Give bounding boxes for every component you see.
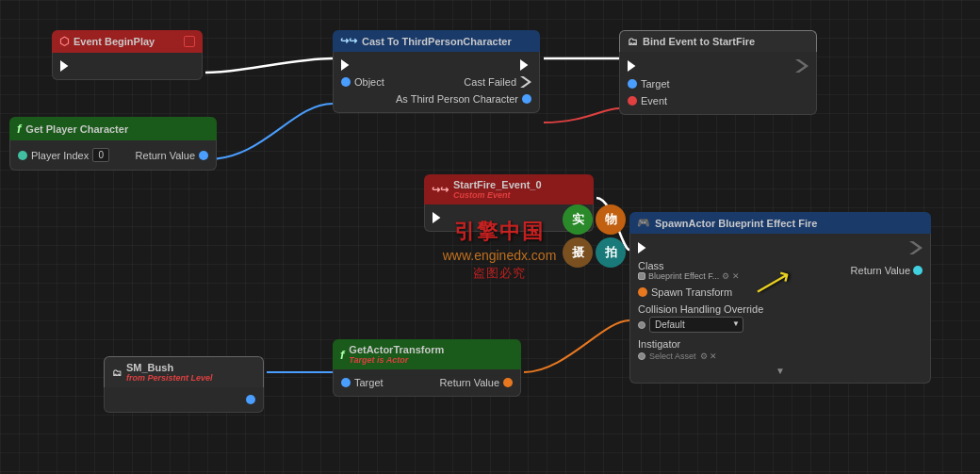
- spawn-exec-in-pin[interactable]: [638, 242, 649, 253]
- spawn-class-group: Class Blueprint Effect F... ⚙ ✕: [638, 260, 740, 281]
- transform-target-pin[interactable]: [341, 378, 351, 387]
- badge-she-text: 摄: [572, 244, 584, 261]
- event-exec-out-pin[interactable]: [60, 60, 72, 72]
- spawn-collision-row: Collision Handling Override Default ▼: [630, 301, 930, 335]
- transform-return-pin[interactable]: [503, 378, 513, 387]
- node-bind-body: Target Event: [619, 52, 817, 115]
- cast-object-row: Object Cast Failed: [334, 74, 539, 90]
- bind-event-pin[interactable]: [628, 96, 637, 106]
- badge-she: 摄: [563, 237, 593, 268]
- node-transform-sublabel: Target is Actor: [349, 355, 444, 365]
- spawn-instigator-row: Instigator Select Asset ⚙ ✕: [630, 335, 930, 364]
- node-cast-body: Object Cast Failed As Third Person Chara…: [333, 52, 540, 113]
- smbush-out-pin[interactable]: [246, 395, 255, 404]
- spawn-collision-value: Default: [655, 319, 685, 330]
- spawn-instigator-value: Select Asset: [649, 351, 696, 361]
- node-startfire-sublabel: Custom Event: [453, 190, 542, 200]
- node-cast-header: ↪↪ Cast To ThirdPersonCharacter: [333, 30, 540, 52]
- node-getplayer-body: Player Index 0 Return Value: [9, 140, 217, 171]
- node-event-beginplay: ⬡ Event BeginPlay: [52, 30, 203, 80]
- node-event-header: ⬡ Event BeginPlay: [52, 30, 203, 53]
- node-smbush-sublabel: from Persistent Level: [126, 373, 213, 383]
- node-cast: ↪↪ Cast To ThirdPersonCharacter Object C…: [333, 30, 540, 113]
- cast-exec-out-pin[interactable]: [520, 59, 531, 71]
- badge-shi-text: 实: [572, 211, 584, 228]
- event-icon: ⬡: [59, 35, 69, 48]
- watermark-line2: www.enginedx.com: [443, 248, 557, 263]
- bind-event-label: Event: [641, 95, 667, 106]
- spawn-class-pin[interactable]: [638, 272, 645, 280]
- dropdown-chevron-icon: ▼: [732, 319, 740, 328]
- getplayer-return-label: Return Value: [136, 150, 195, 161]
- cast-arrow-icon: ↪↪: [340, 35, 357, 47]
- bind-target-pin[interactable]: [628, 79, 637, 89]
- smbush-icon: 🗂: [112, 368, 122, 378]
- bind-target-label: Target: [641, 78, 670, 90]
- spawn-instigator-label: Instigator: [638, 338, 923, 350]
- spawn-exec-out-pin[interactable]: [909, 241, 923, 254]
- spawn-exec-row: [630, 238, 930, 257]
- cast-object-pin[interactable]: [341, 77, 351, 87]
- node-transform-title: GetActorTransform: [349, 344, 444, 355]
- cast-as-row: As Third Person Character: [334, 90, 539, 107]
- node-smbush-header: 🗂 SM_Bush from Persistent Level: [104, 356, 264, 387]
- spawn-return-label: Return Value: [851, 265, 910, 276]
- bind-event-row: Event: [620, 92, 816, 109]
- spawn-instigator-actions: ⚙ ✕: [700, 351, 718, 361]
- spawn-instigator-input-row: Select Asset ⚙ ✕: [638, 351, 923, 361]
- badge-wu: 物: [596, 204, 626, 235]
- bind-exec-out-pin[interactable]: [795, 59, 808, 73]
- cast-failed-pin[interactable]: [520, 76, 531, 88]
- cast-failed-label: Cast Failed: [464, 76, 516, 88]
- bind-folder-icon: 🗂: [628, 36, 638, 47]
- spawn-collision-label: Collision Handling Override: [638, 303, 923, 315]
- watermark-line3: 盗图必究: [473, 265, 526, 282]
- startfire-arrow-icon: ↪↪: [432, 184, 449, 196]
- spawn-class-input-row: Blueprint Effect F... ⚙ ✕: [638, 271, 740, 281]
- spawn-class-row: Class Blueprint Effect F... ⚙ ✕ Return V…: [630, 257, 930, 284]
- func-icon: f: [17, 122, 21, 136]
- node-bind-title: Bind Event to StartFire: [643, 36, 755, 47]
- node-spawn-actor: 🎮 SpawnActor Blueprint Effect Fire Class…: [629, 212, 931, 384]
- spawn-collision-pin[interactable]: [638, 321, 645, 329]
- cast-as-label: As Third Person Character: [396, 93, 518, 105]
- smbush-title-block: SM_Bush from Persistent Level: [126, 362, 213, 383]
- getplayer-index-pin[interactable]: [18, 151, 27, 160]
- spawn-collision-input-row: Default ▼: [638, 317, 923, 333]
- getplayer-index-label: Player Index: [31, 150, 89, 161]
- spawn-transform-row: Spawn Transform: [630, 284, 930, 301]
- node-cast-title: Cast To ThirdPersonCharacter: [362, 36, 512, 47]
- spawn-transform-pin[interactable]: [638, 287, 647, 297]
- cast-exec-in-pin[interactable]: [341, 59, 352, 71]
- transform-target-label: Target: [354, 377, 384, 388]
- getplayer-return-pin[interactable]: [199, 151, 208, 160]
- node-bind-event: 🗂 Bind Event to StartFire Target Event: [619, 30, 817, 115]
- bind-exec-in-pin[interactable]: [628, 60, 639, 72]
- event-exec-out-row: [53, 57, 202, 74]
- node-get-actor-transform: f GetActorTransform Target is Actor Targ…: [333, 339, 521, 397]
- player-index-value[interactable]: 0: [92, 148, 109, 162]
- spawn-instigator-pin[interactable]: [638, 352, 645, 360]
- badge-shi: 实: [563, 204, 593, 235]
- node-event-title: Event BeginPlay: [74, 36, 155, 47]
- node-spawn-header: 🎮 SpawnActor Blueprint Effect Fire: [629, 212, 931, 234]
- smbush-out-row: [105, 392, 263, 407]
- spawn-return-pin[interactable]: [913, 266, 923, 275]
- node-getplayer-title: Get Player Character: [25, 123, 128, 135]
- cast-as-pin[interactable]: [522, 94, 531, 104]
- startfire-exec-out-pin[interactable]: [433, 212, 444, 223]
- badge-pai: 拍: [596, 237, 626, 268]
- node-startfire-header: ↪↪ StartFire_Event_0 Custom Event: [424, 174, 594, 204]
- badge-wu-text: 物: [605, 211, 617, 228]
- badge-pai-text: 拍: [605, 244, 617, 261]
- getplayer-playerindex-row: Player Index 0 Return Value: [10, 145, 216, 165]
- transform-return-label: Return Value: [440, 377, 499, 388]
- startfire-title-block: StartFire_Event_0 Custom Event: [453, 179, 542, 200]
- node-getplayer-header: f Get Player Character: [9, 117, 217, 140]
- spawn-class-label: Class: [638, 260, 740, 271]
- spawn-collision-dropdown[interactable]: Default ▼: [649, 317, 743, 333]
- event-stop-icon: [184, 36, 195, 47]
- bind-target-row: Target: [620, 75, 816, 92]
- spawn-icon: 🎮: [637, 217, 650, 229]
- node-spawn-body: Class Blueprint Effect F... ⚙ ✕ Return V…: [629, 234, 931, 384]
